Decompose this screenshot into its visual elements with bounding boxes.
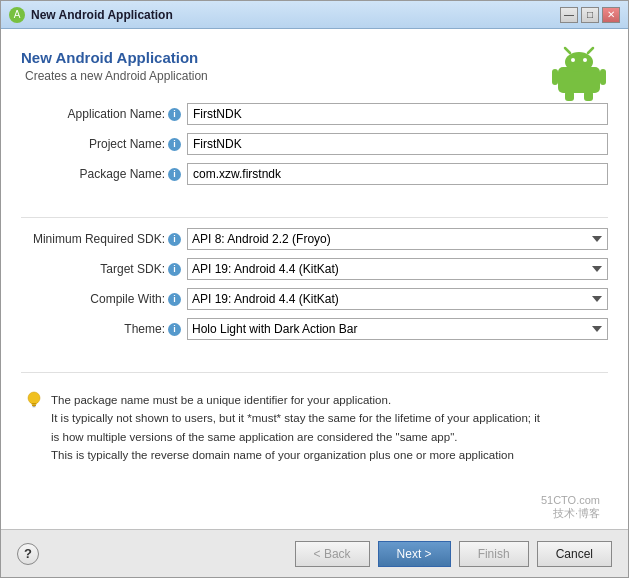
svg-rect-9 xyxy=(584,91,593,101)
package-name-info-icon[interactable]: i xyxy=(168,168,181,181)
page-subtitle: Creates a new Android Application xyxy=(25,69,208,83)
app-name-row: Application Name: i xyxy=(21,103,608,125)
min-sdk-row: Minimum Required SDK: i API 8: Android 2… xyxy=(21,228,608,250)
page-title: New Android Application xyxy=(21,49,208,66)
svg-rect-11 xyxy=(32,403,37,405)
svg-rect-13 xyxy=(33,406,36,407)
svg-point-10 xyxy=(28,392,40,404)
theme-select[interactable]: Holo Light with Dark Action Bar Holo Lig… xyxy=(187,318,608,340)
svg-point-1 xyxy=(565,52,593,72)
compile-with-select[interactable]: API 8: Android 2.2 (Froyo) API 10: Andro… xyxy=(187,288,608,310)
window-icon: A xyxy=(9,7,25,23)
content-area: New Android Application Creates a new An… xyxy=(1,29,628,529)
min-sdk-select[interactable]: API 8: Android 2.2 (Froyo) API 10: Andro… xyxy=(187,228,608,250)
footer: ? < Back Next > Finish Cancel xyxy=(1,529,628,577)
back-button[interactable]: < Back xyxy=(295,541,370,567)
next-button[interactable]: Next > xyxy=(378,541,451,567)
svg-rect-12 xyxy=(32,405,36,407)
target-sdk-info-icon[interactable]: i xyxy=(168,263,181,276)
min-sdk-label: Minimum Required SDK: i xyxy=(21,232,181,246)
svg-line-5 xyxy=(588,48,593,53)
svg-rect-7 xyxy=(600,69,606,85)
main-window: A New Android Application — □ ✕ New Andr… xyxy=(0,0,629,578)
compile-with-label: Compile With: i xyxy=(21,292,181,306)
theme-info-icon[interactable]: i xyxy=(168,323,181,336)
package-name-row: Package Name: i xyxy=(21,163,608,185)
svg-rect-8 xyxy=(565,91,574,101)
target-sdk-label: Target SDK: i xyxy=(21,262,181,276)
divider-1 xyxy=(21,217,608,218)
info-text: The package name must be a unique identi… xyxy=(51,391,540,465)
project-name-info-icon[interactable]: i xyxy=(168,138,181,151)
project-name-label: Project Name: i xyxy=(21,137,181,151)
minimize-button[interactable]: — xyxy=(560,7,578,23)
project-name-input[interactable] xyxy=(187,133,608,155)
compile-with-info-icon[interactable]: i xyxy=(168,293,181,306)
window-controls: — □ ✕ xyxy=(560,7,620,23)
footer-buttons: < Back Next > Finish Cancel xyxy=(295,541,612,567)
svg-point-2 xyxy=(571,58,575,62)
finish-button[interactable]: Finish xyxy=(459,541,529,567)
info-box: The package name must be a unique identi… xyxy=(21,383,608,517)
help-button[interactable]: ? xyxy=(17,543,39,565)
app-name-label: Application Name: i xyxy=(21,107,181,121)
cancel-button[interactable]: Cancel xyxy=(537,541,612,567)
app-name-info-icon[interactable]: i xyxy=(168,108,181,121)
divider-2 xyxy=(21,372,608,373)
form-section: Application Name: i Project Name: i Pack… xyxy=(21,103,608,193)
app-name-input[interactable] xyxy=(187,103,608,125)
compile-with-row: Compile With: i API 8: Android 2.2 (Froy… xyxy=(21,288,608,310)
window-title: New Android Application xyxy=(31,8,560,22)
maximize-button[interactable]: □ xyxy=(581,7,599,23)
footer-left: ? xyxy=(17,543,39,565)
theme-label: Theme: i xyxy=(21,322,181,336)
svg-point-3 xyxy=(583,58,587,62)
svg-rect-6 xyxy=(552,69,558,85)
page-header-text: New Android Application Creates a new An… xyxy=(21,49,208,83)
theme-row: Theme: i Holo Light with Dark Action Bar… xyxy=(21,318,608,340)
page-header: New Android Application Creates a new An… xyxy=(21,45,608,103)
sdk-section: Minimum Required SDK: i API 8: Android 2… xyxy=(21,228,608,348)
target-sdk-select[interactable]: API 8: Android 2.2 (Froyo) API 10: Andro… xyxy=(187,258,608,280)
close-button[interactable]: ✕ xyxy=(602,7,620,23)
svg-line-4 xyxy=(565,48,570,53)
title-bar: A New Android Application — □ ✕ xyxy=(1,1,628,29)
android-logo xyxy=(550,45,608,103)
min-sdk-info-icon[interactable]: i xyxy=(168,233,181,246)
bulb-icon xyxy=(25,392,43,410)
project-name-row: Project Name: i xyxy=(21,133,608,155)
package-name-input[interactable] xyxy=(187,163,608,185)
package-name-label: Package Name: i xyxy=(21,167,181,181)
target-sdk-row: Target SDK: i API 8: Android 2.2 (Froyo)… xyxy=(21,258,608,280)
